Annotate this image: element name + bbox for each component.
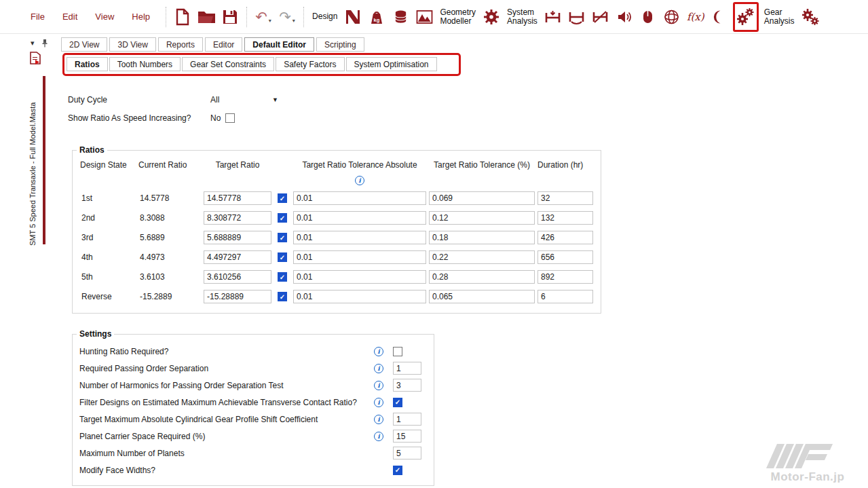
gear-analysis-button[interactable] (736, 5, 756, 29)
menu-view[interactable]: View (95, 12, 114, 22)
menu-file[interactable]: File (31, 12, 45, 22)
info-icon[interactable]: i (374, 347, 383, 356)
geometry-modeller-line2: Modeller (440, 17, 476, 26)
setting-input[interactable] (393, 362, 421, 375)
target-ratio-checkbox[interactable]: ✓ (278, 233, 287, 242)
undo-dropdown-arrow[interactable]: ▾ (269, 18, 271, 29)
duration-input[interactable] (537, 250, 593, 264)
tolerance-percent-input[interactable] (429, 191, 535, 205)
dock-controls: ▾ (31, 39, 49, 48)
show-ratio-checkbox[interactable] (225, 113, 235, 123)
save-button[interactable] (220, 5, 240, 29)
info-icon[interactable]: i (374, 415, 383, 424)
database-button[interactable] (390, 5, 411, 29)
new-file-button[interactable] (172, 5, 193, 29)
tolerance-absolute-input[interactable] (293, 290, 426, 303)
setting-input[interactable] (393, 447, 421, 459)
menu-edit[interactable]: Edit (62, 12, 77, 22)
tab-reports[interactable]: Reports (158, 37, 203, 52)
target-ratio-checkbox[interactable]: ✓ (278, 193, 287, 203)
drawing-button[interactable] (414, 5, 434, 29)
acoustic-analysis-button[interactable] (614, 5, 635, 29)
setting-checkbox[interactable] (393, 347, 402, 356)
toolbar-separator (246, 7, 247, 27)
dock-menu-chevron-icon[interactable]: ▾ (31, 39, 35, 48)
tolerance-percent-input[interactable] (429, 250, 535, 264)
subtab-ratios[interactable]: Ratios (67, 57, 108, 71)
setting-filter-designs: Filter Designs on Estimated Maximum Achi… (79, 394, 427, 411)
duration-input[interactable] (537, 191, 593, 205)
tab-scripting[interactable]: Scripting (316, 37, 364, 52)
design-n-icon (345, 9, 361, 25)
setting-checkbox[interactable]: ✓ (393, 398, 402, 407)
subtab-system-optimisation[interactable]: System Optimisation (346, 57, 437, 71)
info-icon[interactable]: i (374, 398, 383, 407)
setting-input[interactable] (393, 379, 421, 392)
undo-button[interactable]: ↶ ▾ (253, 5, 273, 29)
subtab-gear-set-constraints[interactable]: Gear Set Constraints (182, 57, 274, 71)
setting-input[interactable] (393, 430, 421, 443)
gear-analysis-label: Gear Analysis (764, 8, 795, 26)
geometry-modeller-button[interactable] (481, 5, 502, 29)
tolerance-percent-input[interactable] (429, 290, 535, 303)
mass-properties-button[interactable]: kg (366, 5, 387, 29)
duration-input[interactable] (537, 211, 593, 225)
current-ratio-cell: 14.5778 (138, 193, 201, 203)
toolbar-separator (166, 7, 166, 27)
tolerance-percent-input[interactable] (429, 231, 535, 244)
tolerance-absolute-input[interactable] (293, 250, 426, 264)
info-icon[interactable]: i (374, 381, 383, 390)
target-ratio-checkbox[interactable]: ✓ (278, 272, 287, 282)
mesh-analysis-button[interactable] (662, 5, 682, 29)
tolerance-percent-input[interactable] (429, 270, 535, 284)
design-catalogue-button[interactable] (343, 5, 363, 29)
target-ratio-input[interactable] (204, 191, 271, 205)
tab-2d-view[interactable]: 2D View (61, 37, 107, 52)
active-document-button[interactable] (30, 52, 41, 67)
setting-input[interactable] (393, 413, 421, 426)
open-file-button[interactable] (196, 5, 216, 29)
setting-checkbox[interactable]: ✓ (393, 466, 402, 475)
setting-profile-shift-coefficient: Target Maximum Absolute Cylindrical Gear… (79, 411, 427, 428)
shaft-stiffness-button[interactable] (567, 5, 587, 29)
night-mode-button[interactable] (709, 5, 730, 29)
target-ratio-input[interactable] (204, 250, 271, 264)
duty-cycle-dropdown[interactable]: All ▼ (210, 95, 278, 105)
info-icon[interactable]: i (355, 176, 364, 185)
show-ratio-row: Show Ratio As Speed Increasing? No (68, 113, 235, 123)
tolerance-percent-input[interactable] (429, 211, 535, 225)
target-ratio-input[interactable] (204, 290, 271, 303)
sidebar-document-title[interactable]: SMT 5 Speed Transaxle - Full Model.Masta (29, 76, 41, 246)
info-icon[interactable]: i (374, 364, 383, 373)
target-ratio-checkbox[interactable]: ✓ (278, 252, 287, 262)
tolerance-absolute-input[interactable] (293, 231, 426, 244)
duration-input[interactable] (537, 290, 593, 303)
shaft-modal-button[interactable] (590, 5, 611, 29)
menu-help[interactable]: Help (132, 12, 150, 22)
redo-dropdown-arrow[interactable]: ▾ (293, 18, 295, 29)
show-ratio-label: Show Ratio As Speed Increasing? (68, 113, 210, 123)
tolerance-absolute-input[interactable] (293, 270, 426, 284)
tab-default-editor[interactable]: Default Editor (244, 37, 314, 52)
settings-gears-button[interactable] (799, 5, 820, 29)
parametric-study-button[interactable]: f(x) (685, 5, 706, 29)
target-ratio-checkbox[interactable]: ✓ (278, 213, 287, 223)
tolerance-absolute-input[interactable] (293, 211, 426, 225)
target-ratio-input[interactable] (204, 270, 271, 284)
target-ratio-input[interactable] (204, 211, 271, 225)
gear-analysis-line1: Gear (764, 8, 795, 17)
target-ratio-input[interactable] (204, 231, 271, 244)
subtab-tooth-numbers[interactable]: Tooth Numbers (109, 57, 181, 71)
subtab-safety-factors[interactable]: Safety Factors (276, 57, 344, 71)
nvh-analysis-button[interactable] (638, 5, 658, 29)
info-icon[interactable]: i (374, 432, 383, 441)
redo-button[interactable]: ↷ ▾ (277, 5, 297, 29)
duration-input[interactable] (537, 231, 593, 244)
tolerance-absolute-input[interactable] (293, 191, 426, 205)
pin-icon[interactable] (41, 39, 49, 48)
duration-input[interactable] (537, 270, 593, 284)
shaft-deflection-button[interactable] (543, 5, 563, 29)
target-ratio-checkbox[interactable]: ✓ (278, 292, 287, 301)
tab-3d-view[interactable]: 3D View (109, 37, 155, 52)
tab-editor[interactable]: Editor (205, 37, 242, 52)
